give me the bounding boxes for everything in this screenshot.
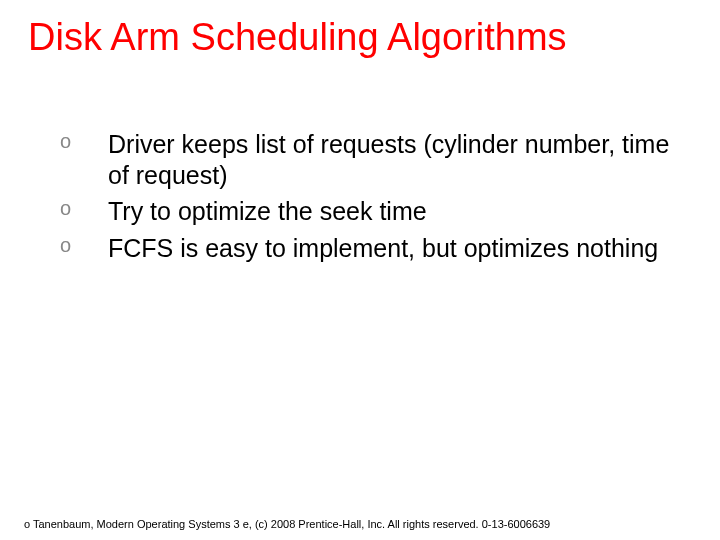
- bullet-marker-icon: o: [60, 196, 71, 220]
- bullet-marker-icon: o: [60, 129, 71, 153]
- slide-body: o Driver keeps list of requests (cylinde…: [0, 59, 720, 269]
- slide: Disk Arm Scheduling Algorithms o Driver …: [0, 0, 720, 540]
- list-item-text: Driver keeps list of requests (cylinder …: [108, 130, 669, 189]
- list-item: o Try to optimize the seek time: [56, 196, 680, 233]
- list-item: o Driver keeps list of requests (cylinde…: [56, 129, 680, 196]
- list-item-text: Try to optimize the seek time: [108, 197, 427, 225]
- bullet-list: o Driver keeps list of requests (cylinde…: [56, 129, 680, 269]
- list-item-text: FCFS is easy to implement, but optimizes…: [108, 234, 658, 262]
- bullet-marker-icon: o: [60, 233, 71, 257]
- list-item: o FCFS is easy to implement, but optimiz…: [56, 233, 680, 270]
- slide-title: Disk Arm Scheduling Algorithms: [0, 0, 720, 59]
- slide-footer: o Tanenbaum, Modern Operating Systems 3 …: [24, 518, 696, 530]
